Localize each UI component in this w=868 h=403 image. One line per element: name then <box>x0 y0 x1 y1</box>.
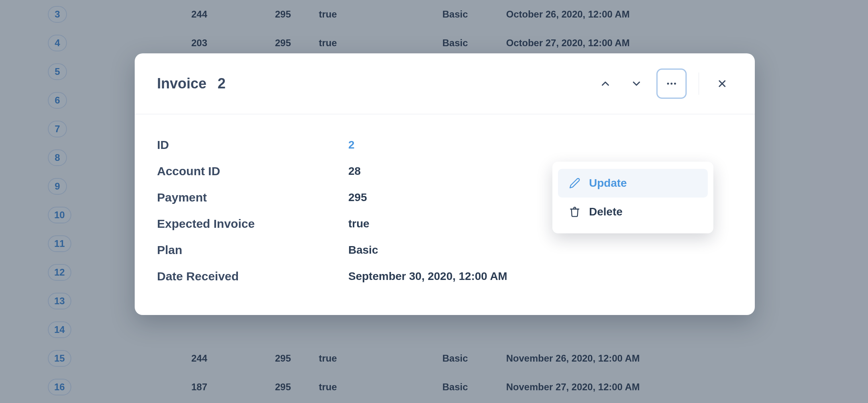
modal-title-id: 2 <box>218 75 226 92</box>
close-icon <box>717 78 728 89</box>
modal-header-actions <box>594 68 733 99</box>
dropdown-item-delete[interactable]: Delete <box>558 198 708 226</box>
detail-label: Plan <box>157 243 348 257</box>
detail-label: Payment <box>157 191 348 204</box>
detail-label: ID <box>157 138 348 152</box>
prev-record-button[interactable] <box>594 72 617 95</box>
detail-row-id: ID 2 <box>157 132 732 158</box>
detail-value-date: September 30, 2020, 12:00 AM <box>348 270 507 283</box>
detail-value-account: 28 <box>348 165 361 178</box>
chevron-down-icon <box>630 78 642 90</box>
detail-value-id[interactable]: 2 <box>348 139 355 151</box>
more-actions-button[interactable] <box>656 68 687 99</box>
detail-value-expected: true <box>348 217 369 230</box>
chevron-up-icon <box>599 78 611 90</box>
modal-header: Invoice 2 <box>135 53 755 114</box>
svg-point-1 <box>671 83 673 85</box>
actions-dropdown: Update Delete <box>552 162 713 233</box>
svg-point-0 <box>667 83 669 85</box>
vertical-divider <box>699 72 699 95</box>
detail-value-plan: Basic <box>348 244 378 256</box>
detail-row-date: Date Received September 30, 2020, 12:00 … <box>157 263 732 290</box>
dropdown-item-label: Delete <box>589 205 623 218</box>
more-horizontal-icon <box>666 78 678 90</box>
dropdown-item-label: Update <box>589 177 627 190</box>
svg-point-2 <box>674 83 676 85</box>
detail-label: Account ID <box>157 164 348 178</box>
pencil-icon <box>569 178 580 189</box>
detail-row-plan: Plan Basic <box>157 237 732 263</box>
detail-label: Expected Invoice <box>157 217 348 231</box>
detail-label: Date Received <box>157 270 348 283</box>
detail-value-payment: 295 <box>348 191 367 204</box>
trash-icon <box>569 206 580 217</box>
modal-title: Invoice 2 <box>157 75 226 92</box>
modal-title-text: Invoice <box>157 75 206 92</box>
close-button[interactable] <box>711 72 733 95</box>
invoice-detail-modal: Invoice 2 <box>135 53 755 315</box>
dropdown-item-update[interactable]: Update <box>558 169 708 198</box>
next-record-button[interactable] <box>625 72 648 95</box>
